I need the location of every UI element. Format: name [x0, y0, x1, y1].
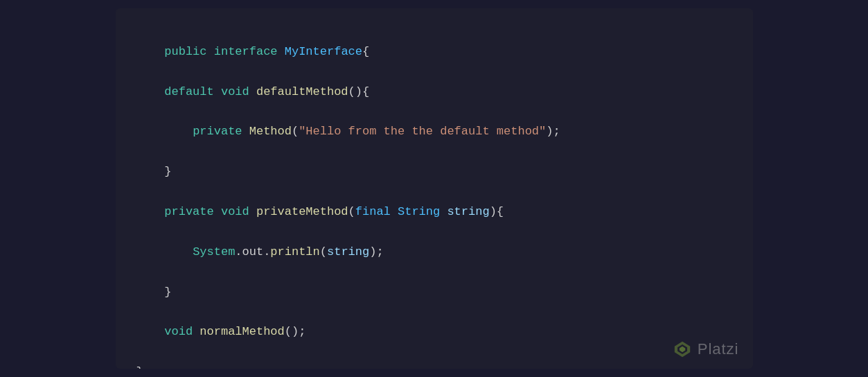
code-content: public interface MyInterface{ default vo… [136, 22, 732, 369]
keyword-private-1: private [193, 125, 242, 138]
keyword-void-1: void [221, 85, 249, 98]
close-brace-main: } [136, 365, 143, 369]
keyword-void-2: void [221, 205, 249, 218]
param-string: string [447, 205, 489, 218]
keyword-public: public [164, 45, 206, 58]
close-brace-2: } [164, 286, 171, 299]
class-name: MyInterface [285, 45, 362, 58]
keyword-final: final [355, 205, 391, 218]
close-brace-1: } [164, 165, 171, 178]
method-normal: normalMethod [200, 325, 284, 338]
platzi-logo-icon [673, 340, 692, 359]
code-editor: public interface MyInterface{ default vo… [116, 8, 753, 369]
method-default: defaultMethod [256, 85, 348, 98]
keyword-private-2: private [164, 205, 213, 218]
platzi-watermark: Platzi [673, 340, 739, 359]
param-string-call: string [327, 245, 369, 258]
keyword-default: default [164, 85, 213, 98]
type-string: String [398, 205, 440, 218]
method-call: Method [249, 125, 292, 138]
method-println: println [270, 245, 319, 258]
keyword-void-3: void [164, 325, 193, 338]
system-out: System [193, 245, 235, 258]
platzi-brand-text: Platzi [698, 340, 739, 358]
method-private: privateMethod [256, 205, 348, 218]
keyword-interface: interface [214, 45, 278, 58]
string-hello: "Hello from the the default method" [299, 125, 546, 138]
